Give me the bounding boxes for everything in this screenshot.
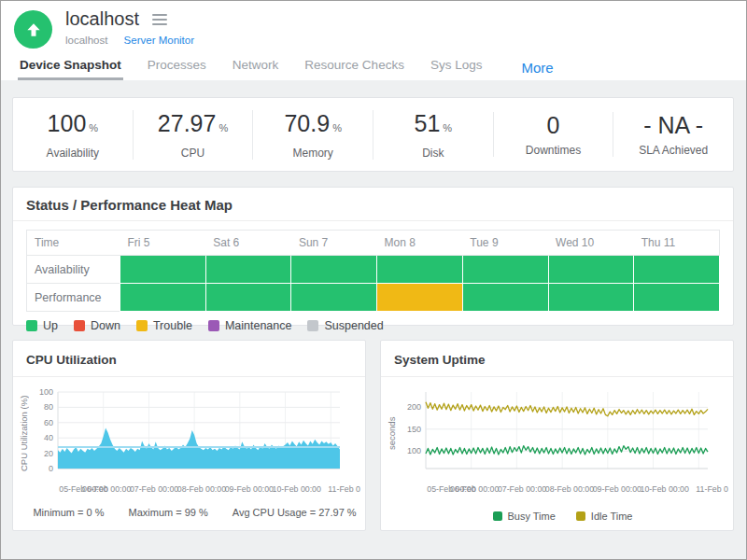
heatmap-cell-up[interactable] [291,284,377,312]
legend-item-up: Up [26,319,58,332]
tab-more[interactable]: More [519,60,555,80]
heatmap-cell-up[interactable] [462,284,548,312]
system-uptime-card: System Uptime seconds 100150200 05-Feb 0… [380,340,734,531]
heatmap-cell-trouble[interactable] [377,284,463,312]
tab-processes[interactable]: Processes [146,58,208,80]
x-tick-label: 06-Feb 00:00 [450,484,499,494]
legend-swatch-icon [307,320,318,331]
heatmap-legend: UpDownTroubleMaintenanceSuspended [26,319,720,332]
cpu-y-axis-label: CPU Utilization (%) [19,386,32,480]
stat-memory: 70.9%Memory [252,110,373,160]
legend-label: Busy Time [508,511,556,522]
hamburger-menu-icon[interactable] [150,12,169,27]
heatmap-cell-up[interactable] [377,256,463,284]
heatmap-cell-up[interactable] [205,256,291,284]
legend-label: Idle Time [591,511,633,522]
x-tick-label: 06-Feb 00:00 [82,484,131,494]
cpu-chart-plot: 020406080100 [32,386,358,483]
heatmap-cell-up[interactable] [462,256,548,284]
x-tick-label: 10-Feb 00:00 [273,484,321,494]
uptime-x-axis-labels: 05-Feb 00:0006-Feb 00:0007-Feb 00:0008-F… [400,484,726,496]
heatmap-col-header: Sat 6 [205,231,291,256]
x-tick-label: 08-Feb 00:00 [545,484,594,494]
uptime-legend-item-busy-time: Busy Time [493,511,556,522]
svg-text:0: 0 [49,464,53,473]
stat-value: 100 [48,110,87,136]
heatmap-card: Status / Performance Heat Map TimeFri 5S… [12,187,734,326]
heatmap-row-availability: Availability [27,256,720,284]
svg-text:200: 200 [407,402,421,412]
breadcrumb-product-link[interactable]: Server Monitor [124,35,194,46]
stat-label: SLA Achieved [613,144,733,157]
stat-unit: % [89,122,98,133]
stat-sla-achieved: - NA -SLA Achieved [613,112,733,157]
x-tick-label: 07-Feb 00:00 [130,484,178,494]
cpu-max-stat: Maximum = 99 % [129,507,208,518]
stat-value: 27.97 [158,110,217,136]
stat-value: 51 [415,110,441,136]
heatmap-cell-up[interactable] [205,284,291,312]
cpu-chart-title: CPU Utilization [26,353,117,367]
cpu-min-stat: Minimum = 0 % [33,507,104,518]
legend-label: Trouble [153,319,192,332]
legend-item-maintenance: Maintenance [208,319,292,332]
svg-text:150: 150 [407,425,421,434]
divider [13,220,733,221]
cpu-x-axis-labels: 05-Feb 00:0006-Feb 00:0007-Feb 00:0008-F… [32,484,358,496]
legend-item-suspended: Suspended [307,319,383,332]
stats-card: 100%Availability27.97%CPU70.9%Memory51%D… [12,97,734,172]
header: localhost localhost Server Monitor Devic… [1,1,746,80]
stat-cpu: 27.97%CPU [133,110,253,160]
tab-network[interactable]: Network [231,58,281,80]
x-tick-label: 10-Feb 00:00 [641,484,689,494]
cpu-chart-stats: Minimum = 0 % Maximum = 99 % Avg CPU Usa… [32,507,358,518]
heatmap-cell-up[interactable] [120,284,206,312]
x-tick-label: 08-Feb 00:00 [177,484,226,494]
stat-label: CPU [134,147,253,160]
legend-swatch-icon [74,320,85,331]
legend-swatch-icon [493,511,502,521]
heatmap-cell-up[interactable] [291,256,377,284]
legend-swatch-icon [576,511,585,521]
page-title: localhost [65,8,139,30]
tab-bar: Device Snapshot Processes Network Resour… [14,58,731,80]
legend-label: Maintenance [225,319,292,332]
heatmap-cell-up[interactable] [548,284,634,312]
x-tick-label: 11-Feb 0 [696,484,728,494]
heatmap-cell-up[interactable] [634,256,720,284]
x-tick-label: 09-Feb 00:00 [225,484,274,494]
legend-swatch-icon [136,320,148,331]
breadcrumb-device: localhost [65,35,107,46]
up-arrow-icon [24,21,43,39]
tab-sys-logs[interactable]: Sys Logs [429,58,485,80]
stat-value: - NA - [643,112,703,138]
legend-label: Up [43,319,58,332]
tab-device-snapshot[interactable]: Device Snapshot [18,58,123,80]
stat-label: Memory [253,147,373,160]
uptime-legend-item-idle-time: Idle Time [576,511,633,522]
svg-text:40: 40 [44,433,53,442]
content: 100%Availability27.97%CPU70.9%Memory51%D… [1,80,746,560]
stat-unit: % [443,122,452,133]
tab-resource-checks[interactable]: Resource Checks [303,58,406,80]
heatmap-cell-up[interactable] [120,256,206,284]
stat-downtimes: 0Downtimes [493,112,613,157]
legend-swatch-icon [26,320,37,331]
uptime-chart-header: System Uptime [381,341,733,377]
heatmap-cell-up[interactable] [548,256,634,284]
uptime-legend: Busy TimeIdle Time [400,511,726,522]
stat-label: Downtimes [494,144,613,157]
svg-text:100: 100 [39,387,53,397]
x-tick-label: 07-Feb 00:00 [498,484,546,494]
cpu-chart-header: CPU Utilization [13,341,365,377]
x-tick-label: 11-Feb 0 [328,484,360,494]
cpu-utilization-card: CPU Utilization CPU Utilization (%) 0204… [12,340,366,531]
stat-availability: 100%Availability [13,110,133,160]
stat-label: Disk [374,147,493,160]
legend-label: Down [91,319,120,332]
uptime-y-axis-label: seconds [387,386,400,480]
heatmap-row-performance: Performance [27,284,720,312]
heatmap-cell-up[interactable] [634,284,720,312]
heatmap-title: Status / Performance Heat Map [26,197,720,213]
svg-text:20: 20 [44,449,53,458]
